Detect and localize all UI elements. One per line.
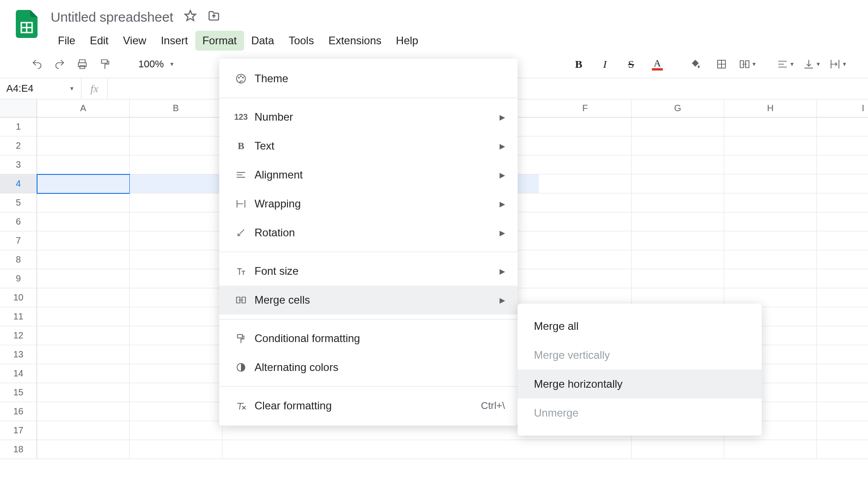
horizontal-align-button[interactable]: ▼ [774,54,797,74]
undo-button[interactable] [27,54,47,74]
cell[interactable] [817,212,868,231]
cell[interactable] [817,440,868,459]
cell[interactable] [632,136,724,155]
borders-button[interactable] [710,54,733,74]
row-header[interactable]: 13 [0,345,37,364]
italic-button[interactable]: I [593,54,617,74]
menu-file[interactable]: File [51,31,83,51]
cell[interactable] [817,383,868,402]
sheets-logo[interactable] [14,6,40,42]
menu-font-size[interactable]: Font size ▶ [219,257,518,286]
cell[interactable] [37,307,130,326]
cell[interactable] [817,155,868,174]
row-header[interactable]: 17 [0,421,37,440]
cell[interactable] [130,136,222,155]
cell[interactable] [632,212,724,231]
cell[interactable] [37,155,130,174]
row-header[interactable]: 18 [0,440,37,459]
cell[interactable] [817,174,868,193]
move-icon[interactable] [208,9,220,25]
menu-format[interactable]: Format [195,31,244,51]
row-header[interactable]: 2 [0,136,37,155]
cell[interactable] [724,269,817,288]
merge-horizontally[interactable]: Merge horizontally [518,370,762,399]
cell[interactable] [817,136,868,155]
cell[interactable] [724,440,817,459]
bold-button[interactable]: B [567,54,590,74]
cell[interactable] [724,231,817,250]
cell[interactable] [130,212,222,231]
row-header[interactable]: 14 [0,364,37,383]
menu-edit[interactable]: Edit [83,31,116,51]
cell[interactable] [817,117,868,136]
document-title[interactable]: Untitled spreadsheet [51,9,173,25]
menu-text[interactable]: B Text ▶ [219,131,518,160]
column-header[interactable]: I [817,99,868,117]
cell[interactable] [37,364,130,383]
cell[interactable] [817,364,868,383]
cell[interactable] [817,402,868,421]
cell[interactable] [130,250,222,269]
cell[interactable] [539,212,632,231]
row-header[interactable]: 10 [0,288,37,307]
select-all-corner[interactable] [0,99,37,117]
cell[interactable] [724,136,817,155]
menu-number[interactable]: 123 Number ▶ [219,103,518,131]
cell[interactable] [817,231,868,250]
cell[interactable] [37,193,130,212]
cell[interactable] [817,345,868,364]
vertical-align-button[interactable]: ▼ [800,54,824,74]
print-button[interactable] [72,54,92,74]
cell[interactable] [130,421,222,440]
row-header[interactable]: 6 [0,212,37,231]
menu-wrapping[interactable]: Wrapping ▶ [219,189,518,218]
column-header[interactable]: H [724,99,817,117]
menu-tools[interactable]: Tools [281,31,321,51]
cell[interactable] [817,193,868,212]
cell[interactable] [539,440,632,459]
cell[interactable] [130,269,222,288]
cell[interactable] [130,383,222,402]
cell[interactable] [632,155,724,174]
cell[interactable] [222,440,539,459]
row-header[interactable]: 1 [0,117,37,136]
cell[interactable] [632,174,724,193]
cell[interactable] [632,231,724,250]
paint-format-button[interactable] [95,54,115,74]
cell[interactable] [539,269,632,288]
cell[interactable] [130,326,222,345]
cell[interactable] [817,250,868,269]
cell[interactable] [37,345,130,364]
star-icon[interactable] [184,9,197,25]
cell[interactable] [37,174,130,193]
menu-view[interactable]: View [116,31,154,51]
zoom-dropdown[interactable]: 100% ▼ [134,58,179,70]
cell[interactable] [37,421,130,440]
row-header[interactable]: 16 [0,402,37,421]
cell[interactable] [130,440,222,459]
merge-all[interactable]: Merge all [518,312,762,341]
row-header[interactable]: 8 [0,250,37,269]
column-header[interactable]: A [37,99,130,117]
row-header[interactable]: 15 [0,383,37,402]
cell[interactable] [817,307,868,326]
merge-cells-button[interactable]: ▼ [736,54,760,74]
cell[interactable] [130,231,222,250]
menu-theme[interactable]: Theme [219,64,518,93]
menu-alignment[interactable]: Alignment ▶ [219,160,518,189]
cell[interactable] [817,326,868,345]
cell[interactable] [632,193,724,212]
cell[interactable] [539,174,632,193]
cell[interactable] [37,136,130,155]
text-color-button[interactable]: A [646,54,669,74]
cell[interactable] [37,117,130,136]
strikethrough-button[interactable]: S [619,54,643,74]
cell[interactable] [724,155,817,174]
cell[interactable] [130,174,222,193]
row-header[interactable]: 5 [0,193,37,212]
text-wrap-button[interactable]: ▼ [826,54,850,74]
cell[interactable] [37,326,130,345]
cell[interactable] [539,193,632,212]
cell[interactable] [817,288,868,307]
redo-button[interactable] [50,54,70,74]
